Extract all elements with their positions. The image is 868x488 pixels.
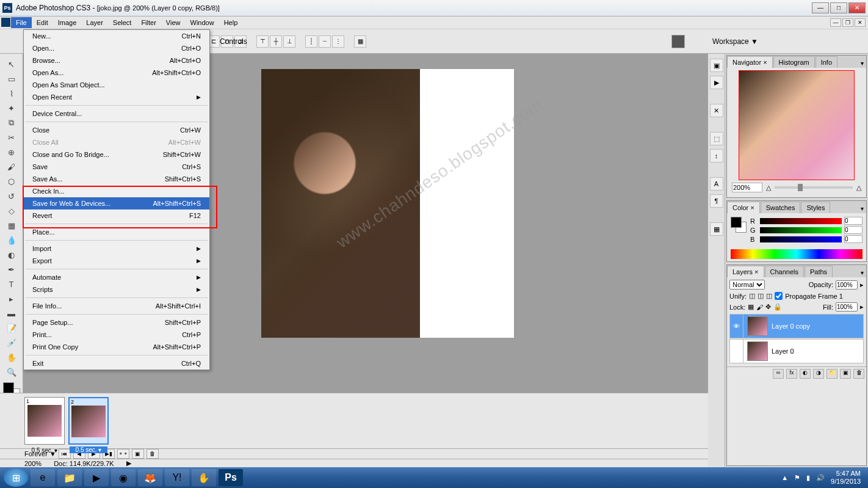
distribute-v-icon[interactable]: ┄ xyxy=(319,35,331,48)
align-bottom-icon[interactable]: ⊥ xyxy=(283,35,295,48)
tab-layers[interactable]: Layers × xyxy=(727,266,764,277)
menu-layer[interactable]: Layer xyxy=(81,17,108,28)
distribute-h-icon[interactable]: ┆ xyxy=(305,35,317,48)
auto-align-icon[interactable]: ▦ xyxy=(354,35,366,48)
tab-styles[interactable]: Styles xyxy=(801,202,830,213)
visibility-eye-icon[interactable] xyxy=(730,340,743,363)
wand-tool-icon[interactable]: ✦ xyxy=(4,101,19,115)
file-menu-page-setup[interactable]: Page Setup...Shift+Ctrl+P xyxy=(24,316,209,329)
zoom-slider[interactable] xyxy=(775,186,853,189)
taskbar-chrome-icon[interactable]: ◉ xyxy=(111,469,136,486)
zoom-in-icon[interactable]: △ xyxy=(856,184,861,192)
menu-help[interactable]: Help xyxy=(219,17,243,28)
new-layer-icon[interactable]: ▣ xyxy=(840,369,851,379)
lock-pixels-icon[interactable]: 🖌 xyxy=(756,304,763,311)
link-layers-icon[interactable]: ∞ xyxy=(773,369,784,379)
eyedropper-tool-icon[interactable]: 💉 xyxy=(4,336,19,349)
lock-all-icon[interactable]: 🔒 xyxy=(773,303,782,311)
shape-tool-icon[interactable]: ▬ xyxy=(4,307,19,320)
menu-filter[interactable]: Filter xyxy=(136,17,161,28)
menu-view[interactable]: View xyxy=(161,17,186,28)
r-slider[interactable] xyxy=(760,218,842,224)
go-to-bridge-icon[interactable] xyxy=(671,35,685,48)
file-menu-open-as[interactable]: Open As...Alt+Shift+Ctrl+O xyxy=(24,67,209,79)
tray-volume-icon[interactable]: 🔊 xyxy=(816,474,825,482)
layer-item[interactable]: 👁Layer 0 copy xyxy=(729,314,864,338)
visibility-eye-icon[interactable]: 👁 xyxy=(730,315,743,338)
file-menu-close[interactable]: CloseCtrl+W xyxy=(24,124,209,136)
taskbar-explorer-icon[interactable]: 📁 xyxy=(57,469,82,486)
duplicate-frame-icon[interactable]: ▣ xyxy=(132,449,144,459)
file-menu-save-as[interactable]: Save As...Shift+Ctrl+S xyxy=(24,173,209,185)
eraser-tool-icon[interactable]: ◇ xyxy=(4,204,19,217)
taskbar-clock[interactable]: 5:47 AM 9/19/2013 xyxy=(831,470,861,486)
zoom-tool-icon[interactable]: 🔍 xyxy=(4,365,19,379)
mdi-restore-button[interactable]: ❐ xyxy=(842,18,853,27)
move-tool-icon[interactable]: ↖ xyxy=(4,57,19,71)
spectrum-bar[interactable] xyxy=(731,249,863,259)
layer-fx-icon[interactable]: fx xyxy=(786,369,797,379)
animation-frame[interactable]: 10.5 sec. ▾ xyxy=(24,397,65,445)
crop-tool-icon[interactable]: ⧉ xyxy=(4,116,19,129)
tab-paths[interactable]: Paths xyxy=(805,266,833,277)
tween-icon[interactable]: ⚬⚬ xyxy=(117,449,129,459)
delete-frame-icon[interactable]: 🗑 xyxy=(146,449,159,459)
start-button[interactable]: ⊞ xyxy=(4,468,28,487)
delete-layer-icon[interactable]: 🗑 xyxy=(853,369,864,379)
navigator-thumbnail[interactable] xyxy=(739,70,855,180)
gradient-tool-icon[interactable]: ▦ xyxy=(4,219,19,232)
strip-icon-6[interactable]: A xyxy=(710,177,723,191)
distribute-3-icon[interactable]: ⋮ xyxy=(332,35,344,48)
align-middle-icon[interactable]: ┼ xyxy=(270,35,282,48)
g-input[interactable] xyxy=(844,226,863,234)
file-menu-save-for-web-devices[interactable]: Save for Web & Devices...Alt+Shift+Ctrl+… xyxy=(24,197,209,209)
mdi-minimize-button[interactable]: — xyxy=(830,18,841,27)
strip-icon-4[interactable]: ⬚ xyxy=(710,132,723,145)
propagate-checkbox[interactable] xyxy=(775,292,783,300)
color-swatch-panel[interactable] xyxy=(731,217,747,233)
tray-flag-icon[interactable]: ⚑ xyxy=(794,474,800,482)
marquee-tool-icon[interactable]: ▭ xyxy=(4,72,19,86)
strip-icon-5[interactable]: ↕ xyxy=(710,149,723,162)
stamp-tool-icon[interactable]: ⬡ xyxy=(4,175,19,188)
tab-info[interactable]: Info xyxy=(816,56,837,68)
b-input[interactable] xyxy=(844,235,863,243)
file-menu-revert[interactable]: RevertF12 xyxy=(24,209,209,222)
file-menu-close-all[interactable]: Close AllAlt+Ctrl+W xyxy=(24,136,209,148)
file-menu-place[interactable]: Place... xyxy=(24,226,209,238)
file-menu-export[interactable]: Export▶ xyxy=(24,255,209,267)
file-menu-exit[interactable]: ExitCtrl+Q xyxy=(24,357,209,370)
tray-up-icon[interactable]: ▲ xyxy=(781,474,788,481)
file-menu-browse[interactable]: Browse...Alt+Ctrl+O xyxy=(24,54,209,67)
lock-transparent-icon[interactable]: ▦ xyxy=(748,303,754,311)
taskbar-ie-icon[interactable]: e xyxy=(31,469,55,486)
g-slider[interactable] xyxy=(760,227,842,233)
tab-swatches[interactable]: Swatches xyxy=(761,202,801,213)
hand-tool-icon[interactable]: ✋ xyxy=(4,351,19,364)
taskbar-firefox-icon[interactable]: 🦊 xyxy=(138,469,162,486)
layer-mask-icon[interactable]: ◐ xyxy=(800,369,811,379)
panel-menu-icon[interactable]: ▾ xyxy=(858,59,866,68)
fill-flyout-icon[interactable]: ▸ xyxy=(860,303,864,311)
blend-mode-select[interactable]: Normal xyxy=(729,280,765,290)
panel-menu-icon[interactable]: ▾ xyxy=(858,268,866,277)
new-group-icon[interactable]: 📁 xyxy=(826,369,837,379)
unify-icon-1[interactable]: ◫ xyxy=(749,292,755,300)
menu-window[interactable]: Window xyxy=(186,17,219,28)
opacity-flyout-icon[interactable]: ▸ xyxy=(860,281,864,289)
r-input[interactable] xyxy=(844,217,863,225)
file-menu-scripts[interactable]: Scripts▶ xyxy=(24,283,209,296)
dodge-tool-icon[interactable]: ◐ xyxy=(4,248,19,261)
maximize-button[interactable]: □ xyxy=(830,2,847,13)
lasso-tool-icon[interactable]: ⌇ xyxy=(4,87,19,100)
slice-tool-icon[interactable]: ✂ xyxy=(4,131,19,144)
taskbar-photoshop-icon[interactable]: Ps xyxy=(219,469,243,486)
navigator-zoom-input[interactable] xyxy=(732,183,762,192)
tab-channels[interactable]: Channels xyxy=(765,266,804,277)
tab-navigator[interactable]: Navigator × xyxy=(727,56,773,68)
file-menu-open-recent[interactable]: Open Recent▶ xyxy=(24,91,209,103)
file-menu-print-one-copy[interactable]: Print One CopyAlt+Shift+Ctrl+P xyxy=(24,341,209,353)
brush-tool-icon[interactable]: 🖌 xyxy=(4,160,19,173)
unify-icon-2[interactable]: ◫ xyxy=(758,292,764,300)
unify-icon-3[interactable]: ◫ xyxy=(766,292,772,300)
